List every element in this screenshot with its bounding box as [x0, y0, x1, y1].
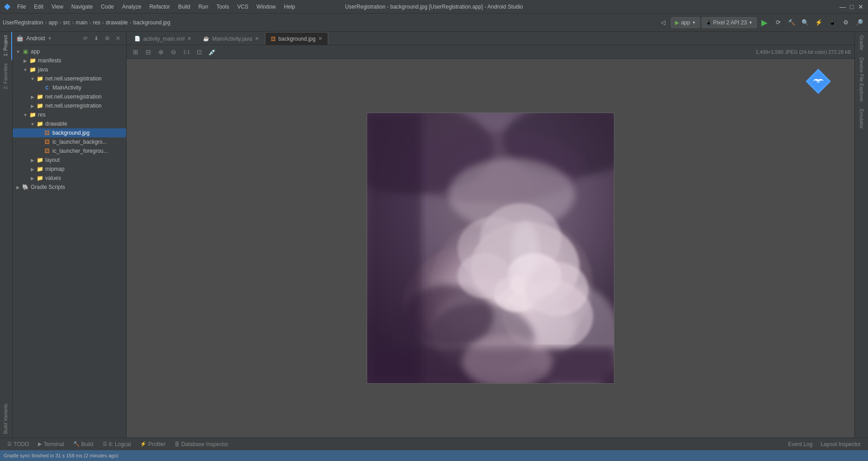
zoom-out-button[interactable]: ⊖ — [168, 47, 179, 57]
tab-label: background.jpg — [278, 36, 316, 42]
menu-tools[interactable]: Tools — [213, 3, 233, 11]
tree-item-ic-launcher-fg[interactable]: ▶ 🖼 ic_launcher_foregrou... — [13, 146, 126, 155]
tab-activity-main-xml[interactable]: 📄 activity_main.xml ✕ — [128, 32, 197, 45]
menu-build[interactable]: Build — [175, 3, 194, 11]
todo-tab[interactable]: ☰ TODO — [4, 440, 33, 448]
event-log-tab[interactable]: Event Log — [784, 440, 816, 448]
svg-rect-16 — [367, 113, 421, 384]
tree-label: ic_launcher_backgro... — [52, 139, 107, 145]
tab-close-jpg[interactable]: ✕ — [318, 36, 322, 42]
profiler-label: Profiler — [148, 441, 165, 447]
analyze-button[interactable]: 🔍 — [799, 17, 811, 28]
fit-page-button[interactable]: ⊞ — [130, 47, 141, 57]
image-icon: 🖼 — [43, 147, 51, 155]
close-button[interactable]: ✕ — [857, 3, 864, 10]
project-tab[interactable]: 1: Project — [0, 32, 12, 60]
panel-settings-btn[interactable]: ⚙ — [103, 34, 112, 43]
menu-window[interactable]: Window — [253, 3, 279, 11]
tree-item-drawable[interactable]: ▼ 📁 drawable — [13, 119, 126, 128]
tree-item-package3[interactable]: ▶ 📁 net.nell.userregistration — [13, 101, 126, 110]
build-variants-tab[interactable]: Build Variants — [0, 400, 12, 437]
breadcrumb-src[interactable]: src — [63, 19, 70, 26]
database-inspector-tab[interactable]: 🗄 Database Inspector — [171, 440, 232, 448]
actual-size-button[interactable]: 1:1 — [181, 47, 192, 57]
menu-run[interactable]: Run — [195, 3, 212, 11]
device-file-explorer-tab[interactable]: Device File Explorer — [856, 54, 867, 105]
tree-item-ic-launcher-bg[interactable]: ▶ 🖼 ic_launcher_backgro... — [13, 137, 126, 146]
tree-item-manifests[interactable]: ▶ 📁 manifests — [13, 56, 126, 65]
vertical-tabs: 1: Project 2: Favorites Build Variants — [0, 32, 13, 437]
run-config-dropdown[interactable]: ▶ app ▼ — [671, 17, 700, 28]
window-title: UserRegistration - background.jpg [UserR… — [345, 4, 523, 10]
tree-item-values[interactable]: ▶ 📁 values — [13, 174, 126, 183]
build-button[interactable]: 🔨 — [786, 17, 797, 28]
main-toolbar: UserRegistration › app › src › main › re… — [0, 14, 868, 32]
avd-button[interactable]: 📱 — [826, 17, 838, 28]
maximize-button[interactable]: □ — [848, 3, 855, 10]
breadcrumb-project[interactable]: UserRegistration — [3, 19, 43, 26]
menu-navigate[interactable]: Navigate — [68, 3, 96, 11]
svg-point-20 — [525, 262, 589, 316]
module-icon: ▣ — [22, 48, 29, 55]
tab-mainactivity-java[interactable]: ☕ MainActivity.java ✕ — [197, 32, 264, 45]
gradle-tab[interactable]: Gradle — [856, 32, 867, 54]
build-tab[interactable]: 🔨 Build — [70, 440, 97, 448]
menu-refactor[interactable]: Refactor — [146, 3, 174, 11]
layout-inspector-tab[interactable]: Layout Inspector — [817, 440, 864, 448]
tree-item-mainactivity[interactable]: ▶ C MainActivity — [13, 83, 126, 92]
terminal-tab[interactable]: ▶ Terminal — [34, 440, 67, 448]
menu-file[interactable]: File — [14, 3, 29, 11]
tab-background-jpg[interactable]: 🖼 background.jpg ✕ — [265, 32, 328, 45]
tab-close-xml[interactable]: ✕ — [187, 36, 191, 42]
eyedropper-button[interactable]: 💉 — [207, 47, 217, 57]
tree-item-app[interactable]: ▼ ▣ app — [13, 47, 126, 56]
tab-close-java[interactable]: ✕ — [255, 36, 259, 42]
expand-arrow: ▶ — [29, 156, 36, 164]
tree-item-java[interactable]: ▼ 📁 java — [13, 65, 126, 74]
breadcrumb-res[interactable]: res — [93, 19, 100, 26]
bottom-bar: ☰ TODO ▶ Terminal 🔨 Build ☰ 6: Logcat ⚡ … — [0, 437, 868, 450]
device-dropdown[interactable]: 📱 Pixel 2 API 23 ▼ — [702, 17, 757, 28]
tree-label: res — [38, 112, 46, 118]
menu-vcs[interactable]: VCS — [234, 3, 252, 11]
menu-code[interactable]: Code — [97, 3, 118, 11]
tree-label: drawable — [45, 121, 67, 127]
menu-help[interactable]: Help — [280, 3, 299, 11]
sdk-button[interactable]: ⚙ — [840, 17, 852, 28]
zoom-in-button[interactable]: ⊕ — [156, 47, 166, 57]
sync-button[interactable]: ⟳ — [772, 17, 784, 28]
profile-button[interactable]: ⚡ — [813, 17, 825, 28]
favorites-tab[interactable]: 2: Favorites — [0, 60, 12, 93]
panel-header-buttons: ⟳ ⬇ ⚙ ✕ — [81, 34, 123, 43]
folder-icon: 📁 — [29, 66, 36, 73]
database-label: Database Inspector — [181, 441, 228, 447]
search-everywhere-button[interactable]: 🔎 — [854, 17, 865, 28]
tree-item-background-jpg[interactable]: ▶ 🖼 background.jpg — [13, 128, 126, 137]
tree-item-res[interactable]: ▼ 📁 res — [13, 110, 126, 119]
logcat-tab[interactable]: ☰ 6: Logcat — [99, 440, 135, 448]
panel-close-btn[interactable]: ✕ — [113, 34, 123, 43]
emulator-tab[interactable]: Emulator — [856, 105, 867, 132]
run-button[interactable]: ▶ — [759, 17, 770, 28]
breadcrumb-drawable[interactable]: drawable — [106, 19, 128, 26]
menu-view[interactable]: View — [48, 3, 67, 11]
tree-item-package2[interactable]: ▶ 📁 net.nell.userregistration — [13, 92, 126, 101]
tree-item-mipmap[interactable]: ▶ 📁 mipmap — [13, 165, 126, 174]
sync-project-btn[interactable]: ⟳ — [81, 34, 90, 43]
svg-point-26 — [816, 79, 818, 81]
menu-edit[interactable]: Edit — [30, 3, 47, 11]
menu-analyze[interactable]: Analyze — [118, 3, 145, 11]
breadcrumb-app[interactable]: app — [48, 19, 57, 26]
breadcrumb-main[interactable]: main — [75, 19, 87, 26]
svg-point-21 — [458, 253, 512, 298]
collapse-all-btn[interactable]: ⬇ — [92, 34, 101, 43]
minimize-button[interactable]: — — [839, 3, 846, 10]
grid-button[interactable]: ⊟ — [143, 47, 154, 57]
profiler-tab[interactable]: ⚡ Profiler — [137, 440, 169, 448]
tree-item-gradle[interactable]: ▶ 🐘 Gradle Scripts — [13, 183, 126, 192]
tab-label: MainActivity.java — [212, 36, 252, 42]
tree-item-layout[interactable]: ▶ 📁 layout — [13, 155, 126, 165]
tree-item-package1[interactable]: ▼ 📁 net.nell.userregistration — [13, 74, 126, 83]
back-button[interactable]: ◁ — [657, 17, 669, 28]
fit-window-button[interactable]: ⊡ — [194, 47, 205, 57]
